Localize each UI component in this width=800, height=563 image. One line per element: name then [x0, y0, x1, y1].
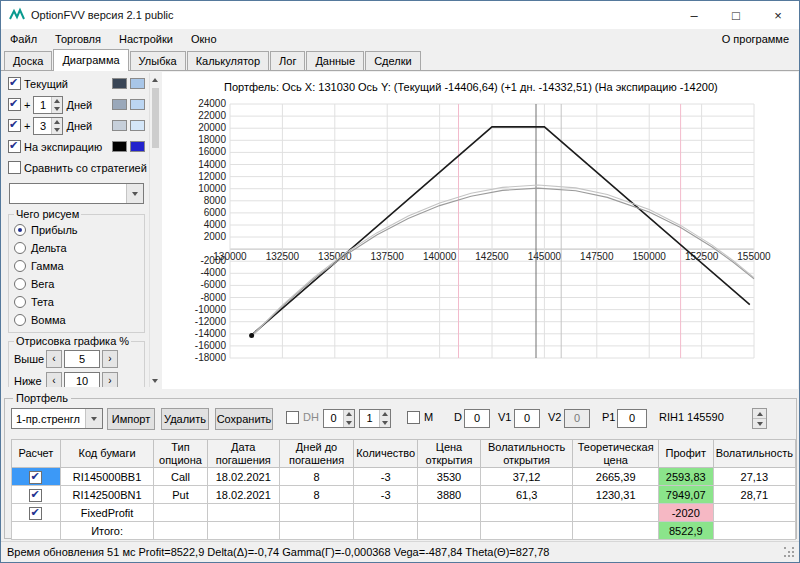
plus1-color-swatch-1[interactable] — [112, 99, 127, 110]
below-decrease-button[interactable]: ‹ — [46, 372, 62, 387]
table-cell[interactable] — [207, 504, 279, 522]
table-cell[interactable]: 3880 — [418, 486, 481, 504]
table-row[interactable]: Итого:8522,9 — [12, 522, 796, 540]
radio-gamma[interactable]: Гамма — [14, 257, 139, 275]
radio-delta[interactable]: Дельта — [14, 239, 139, 257]
calc-checkbox[interactable] — [29, 471, 42, 484]
column-header[interactable]: Количество — [354, 440, 418, 468]
table-cell[interactable]: 27,13 — [713, 468, 795, 486]
arrow-down-icon[interactable] — [346, 421, 352, 425]
arrow-up-icon[interactable] — [54, 120, 60, 124]
table-cell[interactable]: 61,3 — [480, 486, 573, 504]
tab-log[interactable]: Лог — [270, 51, 305, 70]
table-cell[interactable]: 28,71 — [713, 486, 795, 504]
column-header[interactable]: Расчет — [12, 440, 61, 468]
scroll-up-icon[interactable] — [150, 73, 161, 86]
table-cell[interactable] — [573, 522, 658, 540]
p1-value-field[interactable]: 0 — [617, 409, 647, 428]
radio-vomma[interactable]: Вомма — [14, 311, 139, 329]
table-cell[interactable] — [207, 522, 279, 540]
column-header[interactable]: Теоретическая цена — [573, 440, 658, 468]
resize-grip[interactable] — [784, 547, 796, 559]
scroll-down-icon[interactable] — [150, 374, 161, 387]
v1-value-field[interactable]: 0 — [514, 409, 540, 428]
calc-checkbox[interactable] — [29, 489, 42, 502]
arrow-down-icon[interactable] — [54, 107, 60, 111]
expiration-color-swatch-1[interactable] — [112, 141, 127, 152]
table-cell[interactable]: 2593,83 — [658, 468, 713, 486]
table-cell[interactable]: -3 — [354, 486, 418, 504]
import-button[interactable]: Импорт — [107, 408, 155, 430]
expiration-checkbox[interactable] — [8, 140, 21, 153]
column-header[interactable]: Волатильность открытия — [480, 440, 573, 468]
menu-trading[interactable]: Торговля — [46, 29, 110, 49]
plus1-color-swatch-2[interactable] — [130, 99, 145, 110]
table-cell[interactable] — [418, 504, 481, 522]
table-cell[interactable] — [154, 522, 207, 540]
current-color-swatch-1[interactable] — [112, 78, 127, 89]
column-header[interactable]: Дней до погашения — [279, 440, 353, 468]
arrow-up-icon[interactable] — [382, 412, 388, 416]
m-checkbox[interactable] — [407, 411, 420, 424]
table-cell[interactable] — [154, 504, 207, 522]
column-header[interactable]: Код бумаги — [60, 440, 153, 468]
arrow-down-icon[interactable] — [54, 128, 60, 132]
calc-cell[interactable] — [12, 468, 61, 486]
table-cell[interactable]: Call — [154, 468, 207, 486]
save-button[interactable]: Сохранить — [215, 408, 273, 430]
maximize-button[interactable]: □ — [715, 1, 757, 29]
calc-cell[interactable] — [12, 504, 61, 522]
plus3-color-swatch-2[interactable] — [130, 120, 145, 131]
expiration-color-swatch-2[interactable] — [130, 141, 145, 152]
table-cell[interactable]: 3530 — [418, 468, 481, 486]
calc-cell[interactable] — [12, 486, 61, 504]
calc-cell[interactable] — [12, 522, 61, 540]
column-header[interactable]: Тип опциона — [154, 440, 207, 468]
arrow-up-icon[interactable] — [346, 412, 352, 416]
table-cell[interactable] — [279, 522, 353, 540]
d-value-field[interactable]: 0 — [464, 409, 490, 428]
above-decrease-button[interactable]: ‹ — [46, 350, 62, 368]
preset-select[interactable]: 1-пр.стренгл — [11, 408, 103, 429]
compare-strategy-checkbox[interactable] — [8, 161, 21, 174]
delete-button[interactable]: Удалить — [161, 408, 209, 430]
table-row[interactable]: RI145000BB1Call18.02.20218-3353037,12266… — [12, 468, 796, 486]
above-increase-button[interactable]: › — [102, 350, 118, 368]
arrow-down-icon[interactable] — [382, 421, 388, 425]
column-header[interactable]: Волатильность — [713, 440, 795, 468]
column-header[interactable]: Дата погашения — [207, 440, 279, 468]
column-header[interactable]: Цена открытия — [418, 440, 481, 468]
table-cell[interactable] — [713, 504, 795, 522]
spinner-arrows[interactable] — [343, 410, 354, 427]
table-cell[interactable] — [713, 522, 795, 540]
tab-data[interactable]: Данные — [306, 51, 364, 70]
dh-spinner-2[interactable]: 1 — [359, 409, 391, 428]
table-cell[interactable] — [279, 504, 353, 522]
table-cell[interactable]: Put — [154, 486, 207, 504]
tab-diagram[interactable]: Диаграмма — [53, 49, 128, 71]
tab-board[interactable]: Доска — [4, 51, 52, 70]
arrow-down-icon[interactable] — [757, 422, 763, 426]
tab-deals[interactable]: Сделки — [365, 51, 421, 70]
strategy-select[interactable] — [9, 183, 144, 204]
dh-checkbox[interactable] — [286, 411, 299, 424]
tab-calculator[interactable]: Калькулятор — [187, 51, 269, 70]
below-increase-button[interactable]: › — [102, 372, 118, 387]
menu-about[interactable]: О программе — [712, 29, 799, 49]
current-line-checkbox[interactable] — [8, 77, 21, 90]
table-cell[interactable] — [573, 504, 658, 522]
left-panel-scrollbar[interactable] — [149, 73, 160, 387]
payoff-chart[interactable]: -18000-16000-14000-12000-10000-8000-6000… — [162, 98, 798, 386]
table-cell[interactable]: 8522,9 — [658, 522, 713, 540]
arrow-up-icon[interactable] — [54, 99, 60, 103]
dh-spinner-1[interactable]: 0 — [323, 409, 355, 428]
table-cell[interactable]: RI145000BB1 — [60, 468, 153, 486]
table-cell[interactable] — [354, 522, 418, 540]
plus1-days-checkbox[interactable] — [8, 98, 21, 111]
table-cell[interactable]: RI142500BN1 — [60, 486, 153, 504]
radio-vega[interactable]: Вега — [14, 275, 139, 293]
arrow-up-icon[interactable] — [757, 412, 763, 416]
table-cell[interactable] — [480, 522, 573, 540]
table-cell[interactable]: -2020 — [658, 504, 713, 522]
plus3-days-checkbox[interactable] — [8, 119, 21, 132]
